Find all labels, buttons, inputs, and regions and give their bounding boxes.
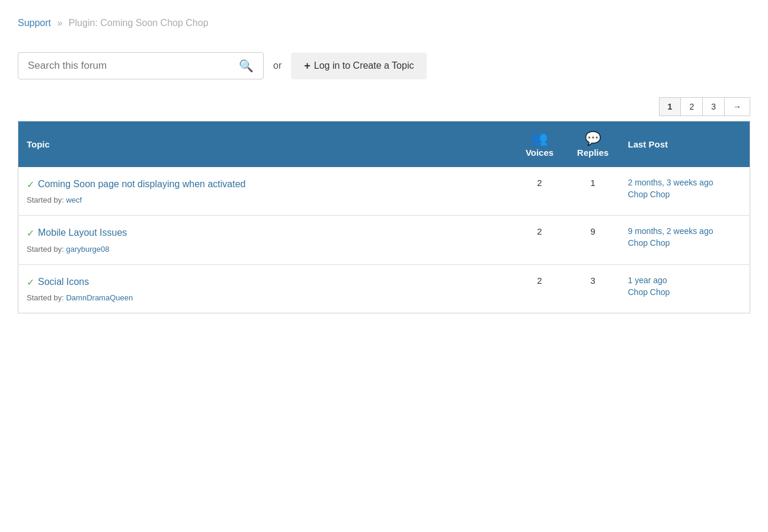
started-by: Started by: garyburge08: [27, 245, 505, 254]
lastpost-cell: 9 months, 2 weeks ago Chop Chop: [620, 216, 750, 264]
voices-label: Voices: [521, 148, 558, 158]
voices-count: 2: [513, 216, 567, 264]
search-box: 🔍: [18, 52, 264, 79]
topic-title-link[interactable]: Social Icons: [38, 275, 89, 289]
or-label: or: [273, 60, 281, 71]
voices-icon: 👥: [521, 131, 558, 146]
lastpost-author-link[interactable]: Chop Chop: [628, 287, 742, 297]
replies-count: 1: [567, 167, 620, 216]
col-topic-header: Topic: [18, 121, 513, 168]
topic-cell: ✓ Social Icons Started by: DamnDramaQuee…: [18, 264, 513, 313]
resolved-check-icon: ✓: [27, 179, 34, 190]
page-btn-2[interactable]: 2: [680, 97, 703, 116]
lastpost-author-link[interactable]: Chop Chop: [628, 190, 742, 199]
voices-count: 2: [513, 167, 567, 216]
voices-count: 2: [513, 264, 567, 313]
lastpost-header-label: Last Post: [628, 139, 668, 149]
create-topic-label: Log in to Create a Topic: [314, 60, 414, 71]
lastpost-author-link[interactable]: Chop Chop: [628, 238, 742, 248]
page-next-btn[interactable]: →: [724, 97, 750, 116]
breadcrumb-current: Plugin: Coming Soon Chop Chop: [69, 18, 209, 28]
search-row: 🔍 or + Log in to Create a Topic: [18, 52, 750, 79]
plus-icon: +: [304, 60, 311, 72]
replies-count: 3: [567, 264, 620, 313]
lastpost-cell: 1 year ago Chop Chop: [620, 264, 750, 313]
forum-table: Topic 👥 Voices 💬 Replies Last Post ✓ Com…: [18, 121, 750, 313]
col-lastpost-header: Last Post: [620, 121, 750, 168]
page-btn-1[interactable]: 1: [659, 97, 681, 116]
table-header-row: Topic 👥 Voices 💬 Replies Last Post: [18, 121, 750, 168]
col-voices-header: 👥 Voices: [513, 121, 567, 168]
col-replies-header: 💬 Replies: [567, 121, 620, 168]
topic-author-link[interactable]: garyburge08: [66, 245, 109, 254]
page-btn-3[interactable]: 3: [702, 97, 725, 116]
search-icon[interactable]: 🔍: [239, 59, 254, 73]
replies-label: Replies: [575, 148, 612, 158]
table-row: ✓ Coming Soon page not displaying when a…: [18, 167, 750, 216]
topic-cell: ✓ Coming Soon page not displaying when a…: [18, 167, 513, 216]
started-by: Started by: wecf: [27, 196, 505, 204]
replies-count: 9: [567, 216, 620, 264]
resolved-check-icon: ✓: [27, 227, 34, 239]
topic-author-link[interactable]: DamnDramaQueen: [66, 293, 133, 302]
topic-title-link[interactable]: Coming Soon page not displaying when act…: [38, 178, 245, 191]
topic-cell: ✓ Mobile Layout Issues Started by: garyb…: [18, 216, 513, 264]
breadcrumb-support-link[interactable]: Support: [18, 18, 51, 28]
resolved-check-icon: ✓: [27, 277, 34, 288]
topic-author-link[interactable]: wecf: [66, 196, 82, 204]
search-input[interactable]: [28, 60, 239, 72]
lastpost-time: 2 months, 3 weeks ago: [628, 178, 742, 187]
pagination: 1 2 3 →: [18, 97, 750, 116]
table-row: ✓ Mobile Layout Issues Started by: garyb…: [18, 216, 750, 264]
breadcrumb: Support » Plugin: Coming Soon Chop Chop: [18, 18, 750, 28]
breadcrumb-separator: »: [57, 18, 63, 28]
table-row: ✓ Social Icons Started by: DamnDramaQuee…: [18, 264, 750, 313]
started-by: Started by: DamnDramaQueen: [27, 293, 505, 302]
topic-header-label: Topic: [27, 139, 50, 149]
replies-icon: 💬: [575, 131, 612, 146]
lastpost-time: 1 year ago: [628, 275, 742, 285]
create-topic-button[interactable]: + Log in to Create a Topic: [291, 53, 427, 79]
lastpost-time: 9 months, 2 weeks ago: [628, 226, 742, 236]
lastpost-cell: 2 months, 3 weeks ago Chop Chop: [620, 167, 750, 216]
topic-title-link[interactable]: Mobile Layout Issues: [38, 226, 127, 239]
